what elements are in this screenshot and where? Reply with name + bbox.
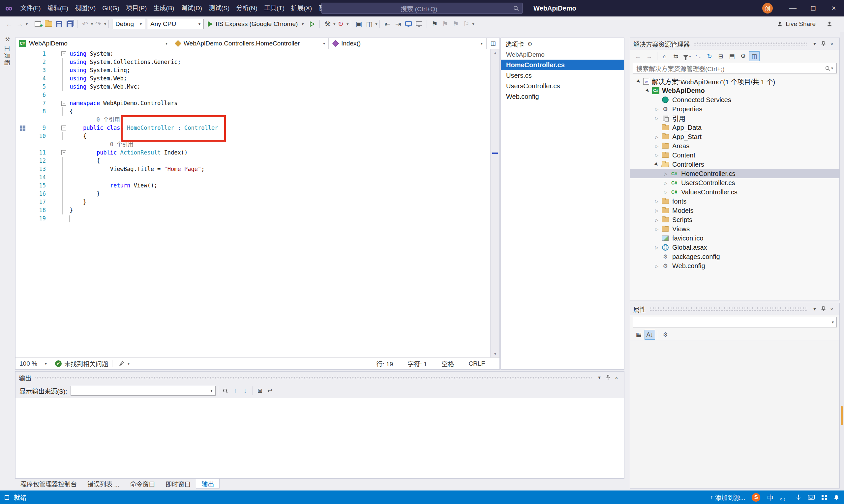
solution-explorer-header[interactable]: 解决方案资源管理器 ▾ × [630,38,839,50]
collapse-all-icon[interactable]: ⊟ [716,51,726,61]
selected-object-select[interactable]: ▾ [633,317,837,327]
forward-icon[interactable]: → [644,51,654,61]
start-debugging-button[interactable]: IIS Express (Google Chrome) ▾ [205,18,307,30]
code-line[interactable]: 18} [16,206,499,214]
preview-selected-items-icon[interactable]: ◫ [749,51,760,61]
hot-reload-icon[interactable]: ↻ [335,18,346,30]
code-cleanup-icon[interactable] [116,358,127,370]
close-panel-icon[interactable]: × [612,374,621,381]
collapsed-arrow-icon[interactable] [652,107,661,112]
tree-item[interactable]: Content [630,150,839,160]
line-indicator[interactable]: 行: 19 [377,359,393,368]
tree-item[interactable]: Web.config [630,261,839,270]
minimize-button[interactable]: — [783,0,803,16]
open-file-item[interactable]: HomeController.cs [501,60,624,70]
toolbox-tab[interactable]: 工具箱 [3,46,12,67]
ime-language-toggle[interactable]: 中 [767,493,773,502]
save-icon[interactable] [54,18,64,30]
redo-icon[interactable]: ↷ [93,18,104,30]
show-all-files-icon[interactable]: ▤ [727,51,737,61]
window-edge-scrollbar[interactable] [840,32,844,490]
keyboard-icon[interactable] [808,495,815,500]
breakpoint-margin[interactable] [16,124,30,132]
tree-item[interactable]: Scripts [630,215,839,224]
attach-to-process-icon[interactable]: ⚒ [322,18,333,30]
editor-window-icon[interactable]: ▣ [354,18,364,30]
collapsed-arrow-icon[interactable] [652,245,661,250]
window-position-icon[interactable]: ▾ [810,40,819,48]
indent-decrease-icon[interactable]: ⇤ [382,18,393,30]
tree-item[interactable]: UsersController.cs [630,178,839,187]
code-line[interactable]: 16 } [16,190,499,198]
properties-icon[interactable]: ⚙ [738,51,748,61]
breakpoint-margin[interactable] [16,181,30,190]
solution-search-input[interactable]: 搜索解决方案资源管理器(Ctrl+;) ▾ [633,63,837,73]
code-line[interactable]: 8{ [16,107,499,115]
maximize-button[interactable]: □ [803,0,824,16]
output-source-select[interactable]: ▾ [71,386,216,396]
code-line[interactable]: 13 ViewBag.Title = "Home Page"; [16,165,499,173]
pin-icon[interactable] [604,374,612,381]
breakpoint-margin[interactable] [16,99,30,107]
expanded-arrow-icon[interactable] [643,86,652,95]
code-line[interactable]: 12 { [16,157,499,165]
pin-icon[interactable] [819,305,828,313]
clear-bookmarks-icon[interactable]: ⚐ [461,18,471,30]
close-panel-icon[interactable]: × [828,40,836,48]
menu-item[interactable]: 生成(B) [150,0,177,16]
breakpoint-margin[interactable] [16,58,30,66]
tree-item[interactable]: Properties [630,104,839,114]
line-glyph-icon[interactable] [20,126,25,131]
breakpoint-margin[interactable] [16,148,30,157]
toggle-bookmark-icon[interactable]: ⚑ [429,18,440,30]
code-line[interactable]: 3using System.Linq; [16,66,499,74]
breakpoint-margin[interactable] [16,190,30,198]
breakpoint-margin[interactable] [16,50,30,58]
menu-item[interactable]: 测试(S) [205,0,233,16]
menu-item[interactable]: 调试(D) [178,0,205,16]
zoom-select[interactable]: 100 %▾ [16,358,51,369]
breakpoint-margin[interactable] [16,132,30,140]
code-line[interactable]: 1−using System; [16,50,499,58]
tree-item[interactable]: Global.asax [630,243,839,252]
collapsed-arrow-icon[interactable] [661,190,670,195]
breakpoint-margin[interactable] [16,206,30,214]
tree-item[interactable]: WebApiDemo [630,86,839,95]
alphabetical-icon[interactable]: A↓ [644,330,655,340]
tree-item[interactable]: Controllers [630,160,839,169]
next-message-icon[interactable]: ↓ [240,386,250,396]
breakpoint-margin[interactable] [16,66,30,74]
code-line[interactable]: 10 { [16,132,499,140]
window-position-icon[interactable]: ▾ [810,305,819,313]
code-line[interactable]: 11− public ActionResult Index() [16,148,499,157]
split-dropdown-icon[interactable]: ▾ [375,22,377,26]
toolbar-overflow-icon[interactable]: ▾ [472,22,474,26]
live-share-button[interactable]: Live Share [776,20,816,28]
code-line[interactable]: 5using System.Web.Mvc; [16,83,499,91]
window-position-icon[interactable]: ▾ [595,374,604,381]
breakpoint-margin[interactable] [16,107,30,115]
scrollbar-thumb[interactable] [841,406,843,425]
collapsed-arrow-icon[interactable] [661,181,670,185]
switch-views-icon[interactable]: ⇆ [671,51,681,61]
code-line[interactable]: 2using System.Collections.Generic; [16,58,499,66]
add-to-source-control-button[interactable]: ↑ 添加到源... [710,493,745,502]
member-dropdown[interactable]: Index() ▾ [329,38,486,49]
code-line[interactable]: 15 return View(); [16,181,499,190]
user-avatar[interactable]: 创 [762,3,773,14]
breakpoint-margin[interactable] [16,173,30,181]
breakpoint-margin[interactable] [16,157,30,165]
ime-toolbox-icon[interactable] [822,495,827,500]
code-line[interactable]: 14 [16,173,499,181]
collapsed-arrow-icon[interactable] [652,217,661,222]
categorized-icon[interactable]: ▦ [633,330,644,340]
tree-item[interactable]: App_Data [630,123,839,132]
tree-item[interactable]: packages.config [630,252,839,261]
breakpoint-margin[interactable] [16,198,30,206]
tree-item[interactable]: Views [630,224,839,234]
document-outline-icon[interactable]: ◫ [486,38,499,49]
open-file-icon[interactable] [43,18,54,30]
code-cleanup-dropdown-icon[interactable]: ▾ [127,361,130,366]
scroll-down-icon[interactable]: ▼ [490,350,499,357]
editor-vertical-scrollbar[interactable]: ▲ ▼ [490,49,499,357]
